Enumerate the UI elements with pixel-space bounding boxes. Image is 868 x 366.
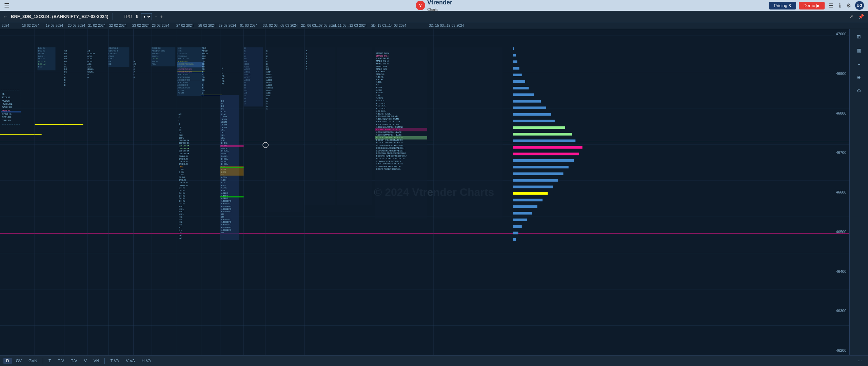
sidebar-icon-lines[interactable]: ≡ [854, 59, 864, 68]
profile-col-3: AB AB AB AB AB A DE DE DE E E E E E [64, 50, 67, 86]
svg-text:DHI KL: DHI KL [179, 189, 185, 191]
svg-text:DFGHI JK: DFGHI JK [179, 163, 188, 165]
demo-button[interactable]: Demo ▶ [799, 2, 825, 9]
profile-col-6: AB AB A A A G G [134, 60, 136, 78]
hamburger-menu[interactable]: ☰ [4, 2, 9, 9]
tpo-select[interactable]: ▾ [141, 13, 152, 20]
sidebar-icon-crosshair[interactable]: ⊕ [854, 73, 864, 82]
pin-button[interactable]: 📌 [857, 13, 865, 20]
svg-text:FGHI JKL: FGHI JKL [2, 106, 12, 108]
info-icon-button[interactable]: ℹ [837, 2, 842, 9]
svg-rect-255 [244, 47, 263, 106]
svg-text:AEF: AEF [221, 189, 225, 191]
svg-text:ABC: ABC [266, 95, 271, 97]
svg-text:DHI KL: DHI KL [221, 152, 228, 155]
svg-text:ABCD: ABCD [202, 50, 208, 52]
sidebar-icon-grid[interactable]: ⊞ [854, 32, 864, 41]
svg-text:ABCD: ABCD [266, 84, 272, 86]
bottom-btn-gv[interactable]: GV [13, 358, 24, 364]
svg-text:DE: DE [64, 68, 67, 70]
svg-text:AB: AB [87, 50, 90, 52]
tpo-minus-button[interactable]: − [155, 14, 157, 19]
svg-text:E: E [266, 55, 268, 57]
svg-text:FGHI JKL: FGHI JKL [2, 103, 12, 105]
sidebar-icon-gear[interactable]: ⚙ [854, 86, 864, 96]
svg-text:CDFGKABCDF BCDEFI JL: CDFGKABCDF BCDEFI JL [376, 160, 401, 162]
svg-text:DE: DE [221, 100, 224, 102]
svg-text:BCDEIFHIKLABCDFABCGH: BCDEIFHIKLABCDFABCGH [376, 142, 402, 144]
svg-text:JK LM: JK LM [221, 124, 227, 126]
svg-rect-232 [220, 145, 244, 147]
bottom-btn-vva[interactable]: V-VA [123, 358, 137, 364]
bottom-btn-hva[interactable]: H-VA [139, 358, 154, 364]
svg-text:AEG: AEG [221, 184, 225, 186]
svg-text:A: A [134, 71, 135, 73]
svg-text:KL: KL [222, 83, 224, 85]
settings-icon-button[interactable]: ⚙ [845, 2, 852, 9]
svg-text:ABEFG: ABEFG [221, 192, 228, 194]
svg-text:BD: BD [202, 66, 205, 68]
date-label-0: 2024 [2, 24, 9, 27]
svg-rect-337 [375, 136, 427, 140]
bottom-btn-gvn[interactable]: GVN [26, 358, 40, 364]
svg-text:AJ GKL: AJ GKL [376, 92, 383, 94]
svg-text:CFGJ KL: CFGJ KL [2, 113, 12, 115]
svg-text:LMABC JKL●: LMABC JKL● [376, 55, 389, 57]
svg-rect-289 [337, 47, 372, 205]
bottom-btn-d[interactable]: D [3, 358, 12, 364]
profile-col-4: AB ACDLM ACDL ACDL ACDL ACL ACL GI JKL G… [87, 50, 95, 78]
svg-text:ADJ GKJL: ADJ GKJL [376, 102, 386, 104]
svg-text:B: B [202, 81, 203, 83]
svg-text:AJ GK: AJ GK [376, 86, 382, 88]
svg-text:I JKL: I JKL [221, 140, 226, 142]
svg-rect-344 [513, 80, 525, 83]
svg-text:ACDL: ACDL [87, 58, 93, 60]
svg-text:CBDFG ABCDF BCDFJKL: CBDFG ABCDF BCDFJKL [376, 168, 401, 170]
svg-text:ABEFG: ABEFG [221, 198, 228, 200]
svg-text:E: E [266, 63, 268, 65]
svg-text:DFGHI JK: DFGHI JK [179, 184, 188, 186]
svg-text:DE: DE [179, 129, 182, 131]
date-label-5: 22-02-2024 [109, 24, 126, 27]
svg-text:DE: DE [266, 68, 269, 70]
svg-rect-346 [513, 93, 534, 96]
svg-text:ABCDE: ABCDE [266, 87, 273, 89]
svg-rect-32 [37, 47, 55, 70]
bottom-btn-tv[interactable]: T-V [55, 358, 67, 364]
svg-text:ABCD: ABCD [266, 74, 272, 76]
svg-text:ADG: ADG [221, 182, 226, 184]
svg-text:ABCDEFG: ABCDEFG [221, 226, 231, 228]
bottom-btn-v[interactable]: V [81, 358, 90, 364]
bottom-btn-tva[interactable]: T-VA [107, 358, 122, 364]
svg-text:BD: BD [202, 79, 205, 81]
svg-text:ABCDEFG: ABCDEFG [221, 208, 231, 210]
svg-text:C: C [179, 120, 180, 122]
pricing-button[interactable]: Pricing ₹ [769, 2, 796, 9]
svg-text:A: A [306, 50, 307, 52]
svg-text:MABC KLM: MABC KLM [376, 65, 387, 67]
svg-text:DE: DE [266, 66, 269, 68]
bottom-btn-t[interactable]: T [46, 358, 54, 364]
svg-text:DEFGHI JK: DEFGHI JK [179, 140, 190, 142]
list-icon-button[interactable]: ☰ [827, 2, 835, 9]
bottom-btn-vn[interactable]: VN [91, 358, 102, 364]
tpo-plus-button[interactable]: + [160, 14, 163, 19]
svg-text:E: E [266, 50, 268, 52]
symbol-label: BNF_3DB_18O324: (BANKNIFTY_E27-03-2024) [11, 14, 108, 19]
svg-text:DE: DE [179, 131, 182, 134]
bottom-btn-tv-ratio[interactable]: T/V [68, 358, 80, 364]
svg-rect-365 [513, 219, 527, 221]
market-profile-chart: KL JCDLM ACDLM FGHI JKL FGHI JKL FGIJ KL… [0, 29, 849, 355]
back-button[interactable]: ← [3, 14, 8, 20]
svg-text:CBDFGHKABCDF BCDFJKL: CBDFGHKABCDF BCDFJKL [376, 163, 403, 165]
svg-text:ABDI JKLAFGHI JKLMAB: ABDI JKLAFGHI JKLMAB [376, 123, 400, 125]
svg-text:ABCDEFG: ABCDEFG [221, 229, 231, 231]
sidebar-icon-table[interactable]: ▦ [854, 45, 864, 55]
svg-rect-358 [513, 172, 563, 175]
expand-button[interactable]: ⤢ [848, 13, 855, 20]
svg-text:A: A [306, 68, 307, 70]
svg-text:E: E [64, 76, 65, 78]
bottom-more-button[interactable]: ⋯ [855, 358, 865, 364]
svg-text:H L: H L [179, 229, 182, 231]
profile-col-11: E E E E DE DE GCD GCD ABCD ABCD ABCD ABC… [244, 47, 263, 106]
